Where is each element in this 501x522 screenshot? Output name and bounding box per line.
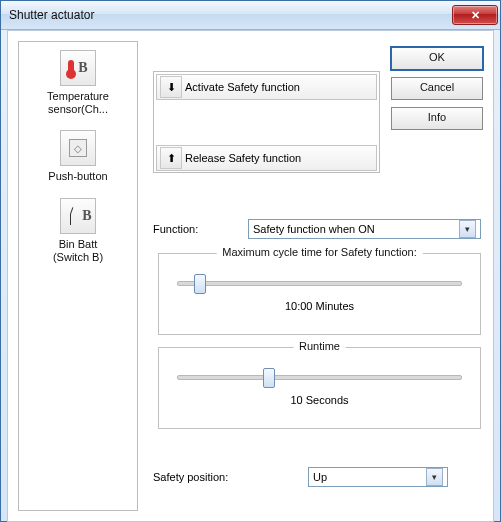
chevron-down-icon: ▾ [426, 468, 443, 486]
release-safety-row[interactable]: ⬆ Release Safety function [156, 145, 377, 171]
function-row: Function: Safety function when ON ▾ [153, 219, 481, 239]
window-title: Shutter actuator [9, 8, 452, 22]
activate-safety-row[interactable]: ⬇ Activate Safety function [156, 74, 377, 100]
close-button[interactable]: ✕ [452, 5, 498, 25]
dialog-buttons: OK Cancel Info [391, 47, 481, 137]
activate-safety-label: Activate Safety function [185, 81, 300, 93]
switch-icon: B [60, 198, 96, 234]
dialog-window: Shutter actuator ✕ B Temperature sensor(… [0, 0, 501, 522]
safety-position-select[interactable]: Up ▾ [308, 467, 448, 487]
slider-track [177, 281, 462, 286]
push-button-icon: ◇ [60, 130, 96, 166]
safety-function-list: ⬇ Activate Safety function ⬆ Release Saf… [153, 71, 380, 173]
runtime-slider[interactable] [177, 366, 462, 386]
runtime-value: 10 Seconds [159, 394, 480, 406]
client-area: B Temperature sensor(Ch... ◇ Push-button… [7, 30, 494, 522]
safety-position-row: Safety position: Up ▾ [153, 467, 481, 487]
close-icon: ✕ [471, 9, 480, 22]
release-safety-icon: ⬆ [160, 147, 182, 169]
max-cycle-value: 10:00 Minutes [159, 300, 480, 312]
function-select-value: Safety function when ON [253, 223, 375, 235]
thermometer-icon: B [60, 50, 96, 86]
list-item-label: Temperature sensor(Ch... [19, 90, 137, 116]
activate-safety-icon: ⬇ [160, 76, 182, 98]
list-item[interactable]: B Bin Batt (Switch B) [19, 198, 137, 264]
slider-track [177, 375, 462, 380]
slider-thumb[interactable] [194, 274, 206, 294]
max-cycle-group: Maximum cycle time for Safety function: … [158, 253, 481, 335]
list-item-label: Push-button [19, 170, 137, 183]
safety-position-label: Safety position: [153, 471, 308, 483]
list-item[interactable]: B Temperature sensor(Ch... [19, 50, 137, 116]
ok-button[interactable]: OK [391, 47, 483, 70]
release-safety-label: Release Safety function [185, 152, 301, 164]
cancel-button[interactable]: Cancel [391, 77, 483, 100]
max-cycle-slider[interactable] [177, 272, 462, 292]
function-label: Function: [153, 223, 248, 235]
safety-position-value: Up [313, 471, 327, 483]
info-button[interactable]: Info [391, 107, 483, 130]
function-select[interactable]: Safety function when ON ▾ [248, 219, 481, 239]
max-cycle-legend: Maximum cycle time for Safety function: [216, 246, 422, 258]
device-list: B Temperature sensor(Ch... ◇ Push-button… [18, 41, 138, 511]
list-item-label: Bin Batt (Switch B) [19, 238, 137, 264]
title-bar: Shutter actuator ✕ [1, 1, 500, 30]
chevron-down-icon: ▾ [459, 220, 476, 238]
runtime-group: Runtime 10 Seconds [158, 347, 481, 429]
runtime-legend: Runtime [293, 340, 346, 352]
slider-thumb[interactable] [263, 368, 275, 388]
list-item[interactable]: ◇ Push-button [19, 130, 137, 183]
